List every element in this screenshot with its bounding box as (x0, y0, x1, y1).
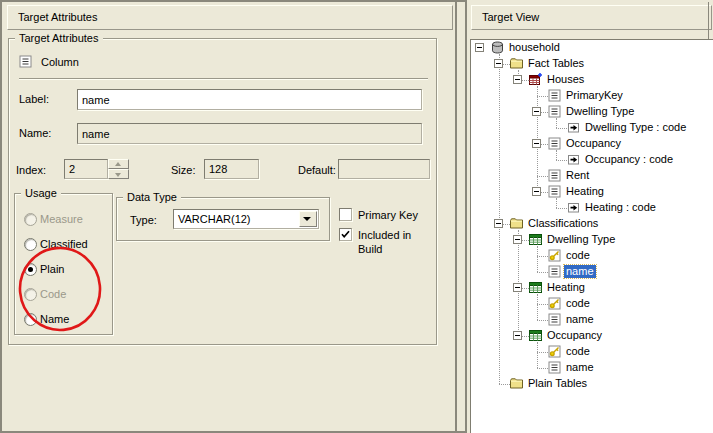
folder-icon (510, 377, 523, 390)
included-in-build-label[interactable]: Included in Build (358, 228, 436, 256)
collapse-toggle-icon[interactable] (532, 107, 541, 116)
tree-item-label[interactable]: PrimaryKey (564, 89, 625, 102)
folder-icon (510, 217, 523, 230)
index-field-label: Index: (16, 163, 46, 177)
tree-item-label[interactable]: Heating (545, 281, 587, 294)
radio-code[interactable] (24, 288, 37, 301)
tree-item-label[interactable]: Heating (564, 185, 606, 198)
column-icon (548, 185, 561, 198)
key-column-icon (548, 297, 561, 310)
radio-code-label[interactable]: Code (40, 287, 66, 301)
radio-plain[interactable] (24, 263, 37, 276)
checkmark-icon (340, 229, 351, 240)
radio-measure[interactable] (24, 213, 37, 226)
tree-item[interactable]: code (471, 248, 713, 264)
tree-item-label[interactable]: code (564, 297, 592, 310)
spin-up-button[interactable] (108, 159, 129, 169)
tree-item-label[interactable]: Heating : code (583, 201, 658, 214)
column-icon (548, 105, 561, 118)
collapse-toggle-icon[interactable] (494, 219, 503, 228)
name-field-label: Name: (19, 126, 51, 140)
tree-item-label[interactable]: code (564, 345, 592, 358)
class-table-icon (529, 329, 542, 342)
tree-item[interactable]: Occupancy : code (471, 152, 713, 168)
collapse-toggle-icon[interactable] (513, 283, 522, 292)
radio-name-label[interactable]: Name (40, 312, 69, 326)
collapse-toggle-icon[interactable] (532, 187, 541, 196)
usage-title: Usage (21, 186, 61, 200)
tree-item-label[interactable]: Occupancy (564, 137, 623, 150)
tree-item[interactable]: code (471, 296, 713, 312)
tree-item[interactable]: Plain Tables (471, 376, 713, 392)
tree-item-label[interactable]: Dwelling Type (564, 105, 636, 118)
collapse-toggle-icon[interactable] (475, 43, 484, 52)
tree-item[interactable]: name (471, 264, 713, 280)
key-column-icon (548, 249, 561, 262)
default-field-label: Default: (298, 163, 336, 177)
separator (19, 78, 428, 80)
tree-item[interactable]: Houses (471, 72, 713, 88)
primary-key-checkbox[interactable] (339, 208, 352, 221)
index-spinner[interactable] (108, 159, 129, 179)
target-view-tree[interactable]: householdFact TablesHousesPrimaryKeyDwel… (470, 39, 713, 433)
tree-item[interactable]: Dwelling Type (471, 104, 713, 120)
type-combobox[interactable]: VARCHAR(12) (173, 209, 319, 229)
tree-item[interactable]: Classifications (471, 216, 713, 232)
column-icon (548, 137, 561, 150)
collapse-toggle-icon[interactable] (513, 331, 522, 340)
tree-item[interactable]: Occupancy (471, 136, 713, 152)
tree-item-label[interactable]: Dwelling Type (545, 233, 617, 246)
tree-item-label[interactable]: Occupancy (545, 329, 604, 342)
tree-item-label[interactable]: Occupancy : code (583, 153, 675, 166)
data-type-groupbox: Data Type Type: VARCHAR(12) (116, 197, 330, 241)
spin-down-button[interactable] (108, 169, 129, 179)
tree-item[interactable]: household (471, 40, 713, 56)
collapse-toggle-icon[interactable] (532, 139, 541, 148)
default-input[interactable] (338, 159, 430, 179)
tree-item[interactable]: PrimaryKey (471, 88, 713, 104)
tree-item[interactable]: Dwelling Type (471, 232, 713, 248)
tree-item-label[interactable]: name (564, 265, 596, 278)
collapse-toggle-icon[interactable] (513, 235, 522, 244)
name-input[interactable] (77, 123, 422, 144)
size-input[interactable] (204, 159, 259, 179)
type-combobox-value: VARCHAR(12) (178, 212, 251, 226)
column-icon (548, 313, 561, 326)
radio-measure-label[interactable]: Measure (40, 212, 83, 226)
combo-dropdown-button[interactable] (299, 211, 317, 227)
collapse-toggle-icon[interactable] (513, 75, 522, 84)
radio-plain-label[interactable]: Plain (40, 262, 64, 276)
tree-item[interactable]: Fact Tables (471, 56, 713, 72)
primary-key-label[interactable]: Primary Key (358, 208, 418, 222)
label-input[interactable] (77, 89, 422, 110)
groupbox-title: Target Attributes (15, 31, 103, 45)
tree-item[interactable]: Heating (471, 184, 713, 200)
index-input[interactable] (64, 159, 108, 179)
type-field-label: Type: (130, 213, 157, 227)
tree-item-label[interactable]: household (507, 41, 562, 54)
tree-item[interactable]: Heating (471, 280, 713, 296)
tree-item[interactable]: Heating : code (471, 200, 713, 216)
database-icon (491, 41, 504, 54)
target-attributes-groupbox: Target Attributes Column Label: Name: In… (8, 38, 437, 345)
radio-classified[interactable] (24, 238, 37, 251)
tree-item-label[interactable]: Classifications (526, 217, 600, 230)
tree-item-label[interactable]: name (564, 313, 596, 326)
tree-item-label[interactable]: code (564, 249, 592, 262)
tree-item-label[interactable]: Fact Tables (526, 57, 586, 70)
tree-item[interactable]: name (471, 312, 713, 328)
tree-item-label[interactable]: Rent (564, 169, 591, 182)
tree-item[interactable]: name (471, 360, 713, 376)
tree-item[interactable]: Dwelling Type : code (471, 120, 713, 136)
tree-item[interactable]: Rent (471, 168, 713, 184)
tree-item[interactable]: code (471, 344, 713, 360)
tree-item-label[interactable]: Dwelling Type : code (583, 121, 688, 134)
radio-classified-label[interactable]: Classified (40, 237, 88, 251)
collapse-toggle-icon[interactable] (494, 59, 503, 68)
included-in-build-checkbox[interactable] (339, 228, 352, 241)
tree-item-label[interactable]: Houses (545, 73, 586, 86)
tree-item-label[interactable]: name (564, 361, 596, 374)
radio-name[interactable] (24, 313, 37, 326)
tree-item-label[interactable]: Plain Tables (526, 377, 589, 390)
tree-item[interactable]: Occupancy (471, 328, 713, 344)
